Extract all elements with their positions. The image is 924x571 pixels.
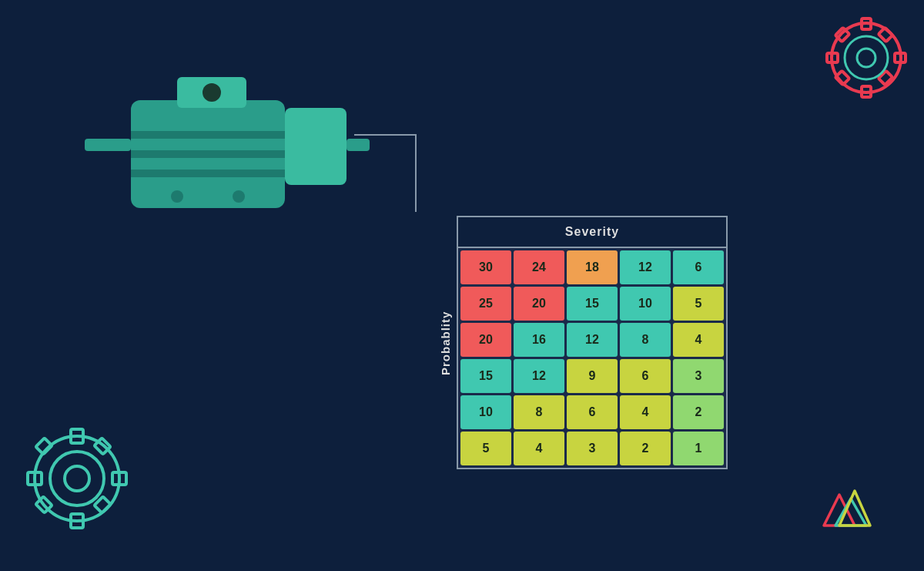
matrix-cell-r0-c2: 18 <box>567 250 618 284</box>
matrix-cell-r2-c1: 16 <box>514 323 564 357</box>
connector-line <box>354 119 454 212</box>
matrix-cell-r0-c3: 12 <box>620 250 671 284</box>
matrix-cell-r1-c1: 20 <box>514 287 564 321</box>
svg-point-12 <box>50 452 104 506</box>
svg-rect-25 <box>131 150 285 158</box>
svg-rect-8 <box>835 71 849 85</box>
matrix-cell-r2-c4: 4 <box>673 323 724 357</box>
matrix-cell-r5-c3: 2 <box>620 432 671 465</box>
gear-bottom-left-icon <box>15 417 139 540</box>
matrix-cell-r0-c1: 24 <box>514 250 564 284</box>
matrix-outer: Severity 3024181262520151052016128415129… <box>457 216 728 469</box>
gear-top-right-icon <box>816 8 916 108</box>
matrix-grid: 3024181262520151052016128415129631086425… <box>458 248 726 468</box>
matrix-cell-r3-c0: 15 <box>460 359 511 393</box>
svg-rect-29 <box>285 108 346 185</box>
matrix-cell-r4-c1: 8 <box>514 395 564 429</box>
matrix-cell-r3-c4: 3 <box>673 359 724 393</box>
svg-rect-7 <box>879 28 892 42</box>
svg-point-28 <box>203 83 221 102</box>
matrix-cell-r3-c1: 12 <box>514 359 564 393</box>
matrix-cell-r2-c0: 20 <box>460 323 511 357</box>
matrix-cell-r5-c1: 4 <box>514 432 564 465</box>
matrix-cell-r5-c4: 1 <box>673 432 724 465</box>
svg-rect-24 <box>131 131 285 139</box>
matrix-cell-r1-c4: 5 <box>673 287 724 321</box>
matrix-cell-r2-c3: 8 <box>620 323 671 357</box>
matrix-cell-r1-c0: 25 <box>460 287 511 321</box>
matrix-cell-r4-c2: 6 <box>567 395 618 429</box>
matrix-cell-r5-c0: 5 <box>460 432 511 465</box>
risk-matrix: Probablity Severity 30241812625201510520… <box>439 216 728 469</box>
motor-illustration <box>77 62 370 231</box>
matrix-cell-r0-c0: 30 <box>460 250 511 284</box>
matrix-cell-r1-c2: 15 <box>567 287 618 321</box>
matrix-cell-r4-c4: 2 <box>673 395 724 429</box>
matrix-cell-r0-c4: 6 <box>673 250 724 284</box>
matrix-cell-r4-c3: 4 <box>620 395 671 429</box>
logo <box>816 483 878 532</box>
svg-rect-22 <box>85 139 131 151</box>
svg-point-30 <box>171 190 183 203</box>
svg-point-9 <box>845 36 888 79</box>
matrix-cell-r2-c2: 12 <box>567 323 618 357</box>
probability-label: Probablity <box>439 243 452 443</box>
severity-header: Severity <box>458 217 726 248</box>
svg-point-13 <box>65 466 89 491</box>
svg-rect-26 <box>131 170 285 177</box>
matrix-cell-r1-c3: 10 <box>620 287 671 321</box>
svg-rect-18 <box>35 438 52 454</box>
matrix-cell-r4-c0: 10 <box>460 395 511 429</box>
matrix-cell-r5-c2: 3 <box>567 432 618 465</box>
matrix-cell-r3-c3: 6 <box>620 359 671 393</box>
svg-point-31 <box>233 190 245 203</box>
svg-point-10 <box>857 49 875 67</box>
matrix-cell-r3-c2: 9 <box>567 359 618 393</box>
